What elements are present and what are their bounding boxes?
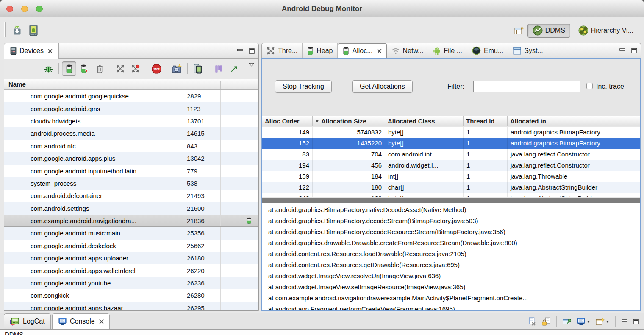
close-icon[interactable] [48,49,53,53]
device-process-row[interactable]: com.songkick26280 [4,289,258,302]
perspective-ddms-button[interactable]: DDMS [527,24,570,38]
stack-trace-line[interactable]: at android.graphics.BitmapFactory.native… [262,204,640,215]
tracing-icon[interactable] [211,61,226,76]
toolbar-drag-handle[interactable] [4,22,6,37]
tab-file[interactable]: File ... [428,43,467,58]
allocation-row[interactable]: 122180char[]1java.lang.AbstractStringBui… [262,182,640,193]
tab-devices[interactable]: Devices [4,43,59,59]
close-icon[interactable] [377,49,382,53]
close-icon[interactable] [99,319,104,324]
device-process-row[interactable]: com.example.android.navigationdra...2183… [4,215,258,227]
device-process-row[interactable]: com.google.android.inputmethod.latin779 [4,165,258,177]
minimize-icon[interactable] [620,318,629,325]
process-cell-status [239,277,258,289]
device-process-row[interactable]: com.google.android.apps.uploader26180 [4,252,258,264]
stack-trace-line[interactable]: at android.widget.ImageView.resolveUri(I… [262,271,640,282]
stop-tracking-button[interactable]: Stop Tracking [275,80,332,93]
android-sdk-download-icon[interactable] [9,22,25,39]
device-process-row[interactable]: com.google.android.gms1123 [4,102,258,114]
debug-process-icon[interactable] [41,61,56,76]
device-process-row[interactable]: com.android.nfc843 [4,140,258,152]
allocation-row[interactable]: 194456android.widget.I...1java.lang.refl… [262,160,640,171]
tab-netw[interactable]: Netw... [387,43,429,58]
gc-icon[interactable] [92,61,107,76]
stack-trace-line[interactable]: at android.app.Fragment.performCreateVie… [262,304,640,310]
process-name: com.google.android.apps.plus [4,152,183,165]
allocation-row[interactable]: 159184int[]1java.lang.Throwable [262,171,640,182]
tab-heap[interactable]: Heap [303,43,338,58]
column-header-alloc-order[interactable]: Alloc Order [262,116,313,126]
get-allocations-button[interactable]: Get Allocations [352,80,413,93]
device-process-row[interactable]: com.google.android.music:main25356 [4,227,258,239]
stack-trace-line[interactable]: at android.graphics.BitmapFactory.decode… [262,226,640,237]
scroll-lock-icon[interactable] [540,315,552,327]
stack-trace-line[interactable]: at android.content.res.Resources.getDraw… [262,260,640,271]
android-debug-monitor-window: Android Debug Monitor DDMS Hierarchy Vi.… [0,0,644,335]
tab-logcat[interactable]: LogCat [4,313,51,329]
display-console-icon[interactable] [575,315,591,327]
device-process-row[interactable]: android.process.media14615 [4,127,258,140]
open-perspective-icon[interactable] [514,26,525,36]
dump-hprof-icon[interactable] [77,61,92,76]
device-process-row[interactable]: cloudtv.hdwidgets13701 [4,115,258,127]
device-screen-icon[interactable] [191,61,205,76]
filter-input[interactable] [473,81,580,92]
column-header-allocation-size[interactable]: Allocation Size [313,116,385,126]
threads-tab-icon [266,47,275,55]
update-threads-icon[interactable] [113,61,128,76]
allocation-row[interactable]: 243168byte[]1java.lang.AbstractStringBui… [262,193,640,197]
maximize-icon[interactable] [247,47,256,55]
column-header-allocated-in[interactable]: Allocated in [508,116,640,126]
titlebar: Android Debug Monitor [0,0,644,17]
tab-label: Emu... [484,47,503,55]
device-process-row[interactable]: com.google.android.apps.plus13042 [4,152,258,165]
stack-trace-line[interactable]: at android.graphics.BitmapFactory.decode… [262,215,640,226]
maximize-icon[interactable] [630,47,638,54]
tab-alloc[interactable]: Alloc... [338,43,386,58]
perspective-hierarchy-view-button[interactable]: Hierarchy Vi... [573,24,638,38]
method-profiling-icon[interactable] [128,61,143,76]
tab-emu[interactable]: Emu... [467,43,508,58]
stack-trace-line[interactable]: at android.graphics.drawable.Drawable.cr… [262,237,640,248]
tab-thre[interactable]: Thre... [262,43,303,58]
splitter-sash[interactable] [262,198,640,203]
screenshot-icon[interactable] [170,61,184,76]
forward-icon[interactable] [227,61,241,76]
device-process-row[interactable]: com.google.android.deskclock25662 [4,240,258,252]
allocation-cell: 149 [262,127,313,138]
column-header-allocated-class[interactable]: Allocated Class [385,116,464,126]
open-console-icon[interactable] [594,315,611,327]
device-process-row[interactable]: com.android.defcontainer21493 [4,190,258,202]
device-process-row[interactable]: com.google.android.apps.bazaar26295 [4,302,258,310]
maximize-icon[interactable] [632,318,640,325]
tab-syst[interactable]: Syst... [508,43,548,58]
process-pid: 779 [183,165,220,177]
toolbar-separator [110,63,110,74]
device-process-row[interactable]: system_process538 [4,177,258,190]
allocation-row[interactable]: 1495740832byte[]1android.graphics.Bitmap… [262,127,640,138]
devices-table-header[interactable]: Name [4,79,258,90]
inc-trace-checkbox[interactable] [586,83,593,89]
device-process-row[interactable]: com.google.android.googlequickse...2829 [4,90,258,102]
minimize-icon[interactable] [618,47,627,54]
avd-manager-icon[interactable] [25,22,41,39]
stack-trace-line[interactable]: at android.widget.ImageView.setImageReso… [262,282,640,293]
column-header-thread-id[interactable]: Thread Id [464,116,508,126]
minimize-icon[interactable] [236,47,244,55]
device-process-row[interactable]: com.android.settings21600 [4,202,258,215]
device-process-row[interactable]: com.google.android.youtube26236 [4,277,258,289]
stop-process-icon[interactable]: STOP [149,61,164,76]
allocation-row[interactable]: 1521435220byte[]1android.graphics.Bitmap… [262,138,640,149]
allocation-cell: 168 [313,193,385,197]
pin-console-icon[interactable] [561,315,572,327]
stack-trace-line[interactable]: at android.content.res.Resources.loadDra… [262,248,640,260]
device-process-row[interactable]: com.google.android.apps.walletnfcrel2622… [4,264,258,276]
stack-trace-line[interactable]: at com.example.android.navigationdrawere… [262,293,640,304]
tab-console[interactable]: Console [52,313,110,329]
update-heap-icon[interactable] [62,61,76,76]
clear-console-icon[interactable] [527,315,537,327]
allocation-cell: android.graphics.BitmapFactory [508,127,640,138]
allocation-row[interactable]: 83704com.android.int...1java.lang.reflec… [262,149,640,160]
view-menu-icon[interactable] [249,63,254,67]
allocation-table-header[interactable]: Alloc OrderAllocation SizeAllocated Clas… [262,116,640,126]
